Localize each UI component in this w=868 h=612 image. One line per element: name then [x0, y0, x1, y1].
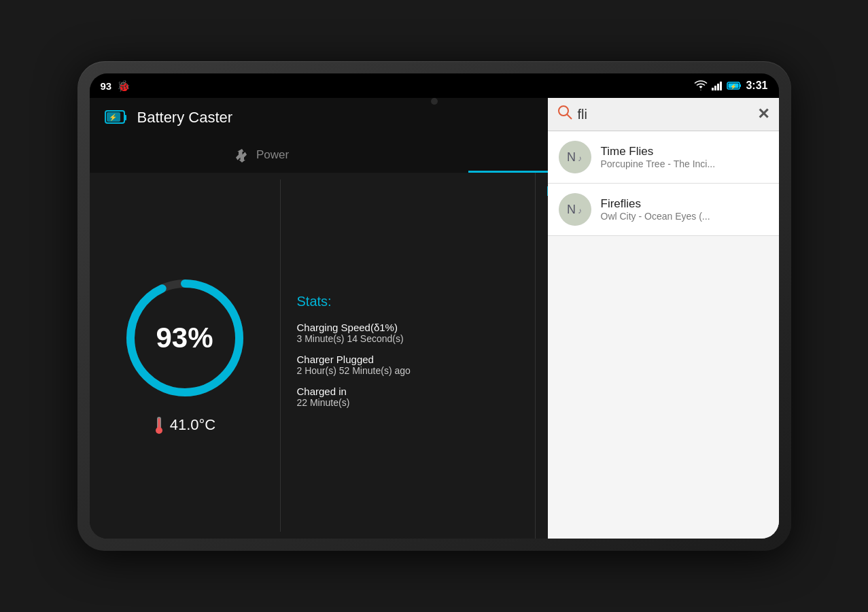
- result-avatar-1: N ♪: [559, 193, 591, 226]
- svg-text:N: N: [567, 203, 576, 216]
- battery-charging-icon: ⚡: [727, 81, 742, 90]
- search-result-item[interactable]: N ♪ Fireflies Owl City - Ocean Eyes (...: [548, 184, 779, 236]
- battery-gauge-panel: 93% 41.0°C: [90, 173, 280, 539]
- result-subtitle-1: Owl City - Ocean Eyes (...: [601, 211, 768, 222]
- stats-title: Stats:: [297, 294, 519, 309]
- svg-rect-5: [740, 84, 741, 87]
- app-content: ⚡ Battery Caster Power: [90, 98, 779, 539]
- svg-text:♪: ♪: [578, 206, 582, 216]
- stat-charged-in-label: Charged in: [297, 386, 519, 397]
- app-title: Battery Caster: [137, 109, 233, 126]
- svg-point-18: [156, 427, 162, 434]
- svg-rect-3: [720, 82, 722, 90]
- svg-rect-0: [712, 88, 714, 90]
- tablet-screen: 93 🐞: [90, 73, 779, 539]
- status-left: 93 🐞: [101, 80, 131, 92]
- svg-rect-19: [158, 418, 160, 428]
- svg-rect-9: [124, 115, 126, 120]
- stat-charging-speed-label: Charging Speed(δ1%): [297, 322, 519, 333]
- stat-charger-plugged-label: Charger Plugged: [297, 354, 519, 365]
- svg-text:⚡: ⚡: [109, 113, 118, 122]
- result-text-1: Fireflies Owl City - Ocean Eyes (...: [601, 197, 768, 222]
- signal-icon: [712, 81, 723, 90]
- status-right: ⚡ 3:31: [694, 80, 767, 92]
- battery-circle: 93%: [124, 277, 246, 399]
- tab-power-label: Power: [256, 148, 289, 162]
- stat-charging-speed: Charging Speed(δ1%) 3 Minute(s) 14 Secon…: [297, 322, 519, 344]
- main-area: 93% 41.0°C Stats:: [90, 173, 779, 539]
- tablet-device: 93 🐞: [77, 61, 791, 551]
- stats-panel: Stats: Charging Speed(δ1%) 3 Minute(s) 1…: [281, 173, 536, 539]
- wifi-icon: [694, 80, 708, 91]
- app-icon: ⚡: [103, 105, 128, 130]
- android-debug-icon: 🐞: [117, 80, 131, 92]
- stat-charger-plugged: Charger Plugged 2 Hour(s) 52 Minute(s) a…: [297, 354, 519, 376]
- status-bar: 93 🐞: [90, 73, 779, 98]
- svg-rect-2: [717, 84, 719, 90]
- stat-charging-speed-value: 3 Minute(s) 14 Second(s): [297, 333, 519, 344]
- search-results: N ♪ Time Flies Porcupine Tree - The Inci…: [548, 173, 779, 539]
- stat-charged-in-value: 22 Minute(s): [297, 397, 519, 408]
- camera-dot: [431, 98, 438, 105]
- temperature-value: 41.0°C: [170, 416, 216, 434]
- svg-rect-1: [714, 86, 716, 90]
- result-title-1: Fireflies: [601, 197, 768, 211]
- battery-percent-status: 93: [101, 80, 112, 92]
- battery-percentage: 93%: [156, 322, 213, 354]
- temperature-display: 41.0°C: [154, 415, 216, 435]
- svg-text:⚡: ⚡: [730, 83, 737, 90]
- search-result-item[interactable]: N ♪ Time Flies Porcupine Tree - The Inci…: [548, 173, 779, 184]
- stat-charged-in: Charged in 22 Minute(s): [297, 386, 519, 408]
- stat-charger-plugged-value: 2 Hour(s) 52 Minute(s) ago: [297, 365, 519, 376]
- search-overlay: fli ✕ N ♪: [548, 173, 779, 539]
- recycle-icon: [235, 148, 249, 163]
- time-display: 3:31: [746, 80, 767, 92]
- result-avatar-0: N ♪: [559, 173, 591, 173]
- svg-point-32: [559, 173, 591, 173]
- thermometer-icon: [154, 415, 164, 435]
- tab-power[interactable]: Power: [90, 137, 434, 173]
